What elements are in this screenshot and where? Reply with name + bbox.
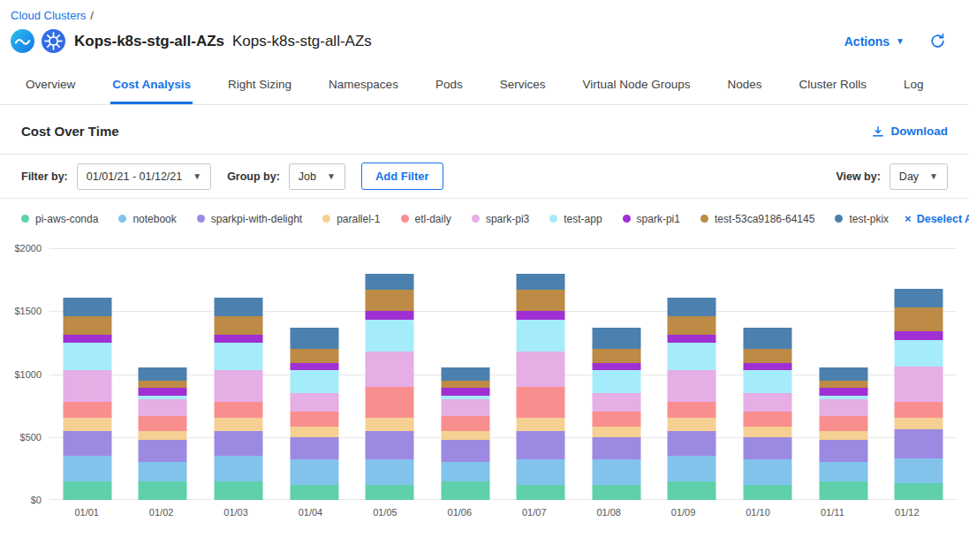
- bar-segment-parallel-1[interactable]: [668, 418, 716, 430]
- bar-segment-spark-pi1[interactable]: [819, 388, 867, 396]
- bar-segment-pi-aws-conda[interactable]: [63, 481, 111, 500]
- bar-segment-notebook[interactable]: [819, 462, 867, 481]
- refresh-icon[interactable]: [929, 33, 946, 49]
- bar-segment-test-app[interactable]: [592, 370, 640, 393]
- bar-01-08[interactable]: [592, 248, 640, 500]
- bar-segment-sparkpi-with-delight[interactable]: [366, 431, 414, 460]
- bar-segment-parallel-1[interactable]: [214, 418, 262, 430]
- bar-segment-test-pkix[interactable]: [819, 367, 867, 380]
- bar-segment-sparkpi-with-delight[interactable]: [214, 431, 262, 457]
- bar-01-10[interactable]: [743, 248, 791, 500]
- bar-segment-spark-pi3[interactable]: [214, 370, 262, 402]
- bar-segment-test-app[interactable]: [366, 320, 414, 352]
- bar-segment-test-app[interactable]: [743, 370, 791, 393]
- bar-segment-spark-pi3[interactable]: [819, 399, 867, 416]
- bar-segment-test-app[interactable]: [214, 343, 262, 370]
- bar-segment-notebook[interactable]: [517, 459, 565, 485]
- bar-segment-etl-daily[interactable]: [63, 402, 111, 419]
- bar-01-12[interactable]: [895, 248, 943, 500]
- bar-segment-spark-pi1[interactable]: [441, 388, 489, 396]
- bar-segment-etl-daily[interactable]: [668, 402, 716, 419]
- bar-segment-etl-daily[interactable]: [743, 412, 791, 427]
- bar-segment-etl-daily[interactable]: [895, 402, 943, 419]
- bar-segment-spark-pi3[interactable]: [592, 393, 640, 412]
- legend-item-pi-aws-conda[interactable]: pi-aws-conda: [21, 213, 98, 225]
- bar-segment-parallel-1[interactable]: [139, 431, 187, 440]
- bar-segment-spark-pi3[interactable]: [366, 352, 414, 387]
- bar-segment-spark-pi1[interactable]: [214, 335, 262, 343]
- bar-segment-spark-pi3[interactable]: [139, 399, 187, 416]
- legend-item-spark-pi1[interactable]: spark-pi1: [623, 213, 680, 225]
- bar-segment-spark-pi3[interactable]: [63, 370, 111, 402]
- bar-segment-notebook[interactable]: [668, 456, 716, 481]
- tab-services[interactable]: Services: [498, 64, 548, 104]
- bar-segment-test-app[interactable]: [63, 343, 111, 370]
- tab-nodes[interactable]: Nodes: [726, 64, 764, 104]
- bar-segment-test-53ca9186-64145[interactable]: [214, 316, 262, 335]
- bar-01-11[interactable]: [819, 248, 867, 500]
- bar-segment-parallel-1[interactable]: [743, 427, 791, 436]
- bar-segment-spark-pi1[interactable]: [63, 335, 111, 343]
- bar-segment-etl-daily[interactable]: [366, 387, 414, 419]
- bar-segment-test-53ca9186-64145[interactable]: [668, 316, 716, 335]
- bar-segment-test-53ca9186-64145[interactable]: [366, 290, 414, 311]
- bar-segment-pi-aws-conda[interactable]: [592, 485, 640, 500]
- bar-segment-spark-pi1[interactable]: [517, 311, 565, 320]
- bar-segment-spark-pi1[interactable]: [592, 363, 640, 371]
- deselect-all-button[interactable]: × Deselect All: [905, 212, 969, 225]
- bar-segment-spark-pi3[interactable]: [743, 393, 791, 412]
- bar-segment-parallel-1[interactable]: [592, 427, 640, 436]
- bar-segment-spark-pi1[interactable]: [743, 363, 791, 371]
- tab-log[interactable]: Log: [902, 64, 926, 104]
- bar-segment-sparkpi-with-delight[interactable]: [592, 437, 640, 460]
- bar-segment-spark-pi3[interactable]: [441, 399, 489, 416]
- tab-cost-analysis[interactable]: Cost Analysis: [110, 64, 193, 104]
- bar-segment-test-53ca9186-64145[interactable]: [743, 349, 791, 363]
- bar-segment-test-53ca9186-64145[interactable]: [441, 381, 489, 389]
- bar-segment-notebook[interactable]: [63, 456, 111, 481]
- bar-segment-spark-pi1[interactable]: [366, 311, 414, 320]
- bar-segment-pi-aws-conda[interactable]: [517, 485, 565, 500]
- bar-segment-pi-aws-conda[interactable]: [214, 481, 262, 500]
- actions-button[interactable]: Actions ▼: [844, 34, 905, 49]
- bar-segment-sparkpi-with-delight[interactable]: [63, 431, 111, 457]
- bar-segment-spark-pi3[interactable]: [517, 352, 565, 387]
- bar-segment-test-53ca9186-64145[interactable]: [290, 349, 338, 363]
- bar-segment-parallel-1[interactable]: [819, 431, 867, 440]
- bar-segment-sparkpi-with-delight[interactable]: [819, 440, 867, 463]
- bar-segment-notebook[interactable]: [139, 462, 187, 481]
- bar-segment-pi-aws-conda[interactable]: [366, 485, 414, 500]
- bar-segment-notebook[interactable]: [743, 459, 791, 485]
- bar-segment-test-app[interactable]: [895, 340, 943, 367]
- bar-segment-sparkpi-with-delight[interactable]: [895, 429, 943, 458]
- bar-segment-spark-pi3[interactable]: [668, 370, 716, 402]
- bar-segment-pi-aws-conda[interactable]: [743, 485, 791, 500]
- bar-segment-test-pkix[interactable]: [366, 274, 414, 291]
- bar-segment-sparkpi-with-delight[interactable]: [290, 437, 338, 460]
- breadcrumb-link[interactable]: Cloud Clusters: [11, 9, 86, 22]
- bar-segment-parallel-1[interactable]: [441, 431, 489, 440]
- bar-segment-spark-pi1[interactable]: [668, 335, 716, 343]
- bar-segment-test-pkix[interactable]: [592, 328, 640, 349]
- bar-segment-test-53ca9186-64145[interactable]: [517, 290, 565, 311]
- bar-segment-test-53ca9186-64145[interactable]: [895, 307, 943, 331]
- legend-item-notebook[interactable]: notebook: [118, 213, 176, 225]
- legend-item-test-app[interactable]: test-app: [549, 213, 602, 225]
- bar-01-02[interactable]: [139, 248, 187, 500]
- bar-segment-test-pkix[interactable]: [743, 328, 791, 349]
- tab-overview[interactable]: Overview: [24, 64, 77, 104]
- bar-segment-etl-daily[interactable]: [517, 387, 565, 419]
- bar-segment-parallel-1[interactable]: [63, 418, 111, 430]
- bar-segment-parallel-1[interactable]: [517, 418, 565, 430]
- bar-segment-etl-daily[interactable]: [214, 402, 262, 419]
- tab-namespaces[interactable]: Namespaces: [327, 64, 400, 104]
- bar-segment-spark-pi1[interactable]: [895, 331, 943, 340]
- legend-item-spark-pi3[interactable]: spark-pi3: [472, 213, 529, 225]
- bar-segment-spark-pi3[interactable]: [290, 393, 338, 412]
- download-button[interactable]: Download: [871, 125, 949, 139]
- bar-segment-pi-aws-conda[interactable]: [139, 481, 187, 500]
- bar-segment-test-app[interactable]: [517, 320, 565, 352]
- bar-segment-pi-aws-conda[interactable]: [441, 481, 489, 500]
- bar-segment-sparkpi-with-delight[interactable]: [743, 437, 791, 460]
- bar-segment-sparkpi-with-delight[interactable]: [139, 440, 187, 463]
